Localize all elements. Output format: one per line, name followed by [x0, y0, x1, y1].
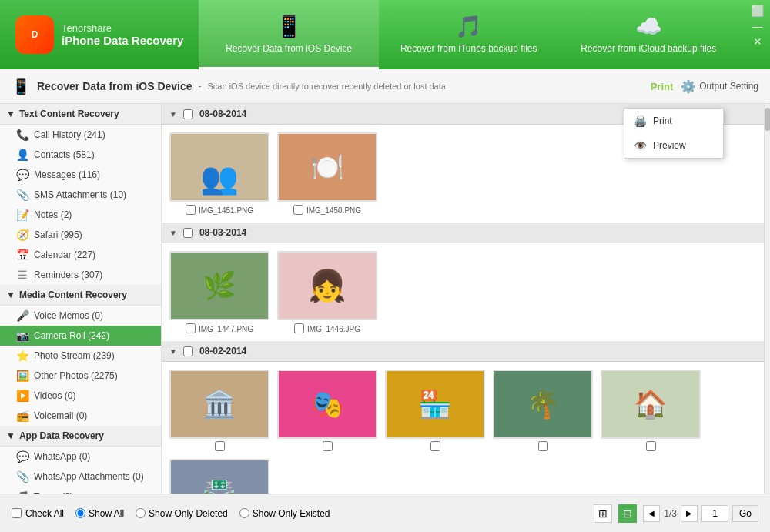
sidebar-item-reminders[interactable]: ☰ Reminders (307) — [0, 265, 161, 285]
date-group-0802: ▼ 08-02-2014 — [162, 341, 770, 362]
tab-ios[interactable]: 📱 Recover Data from iOS Device — [199, 0, 379, 69]
page-number-input[interactable] — [701, 505, 728, 522]
sidebar-item-whatsapp[interactable]: 💬 WhatsApp (0) — [0, 447, 161, 467]
tab-itunes[interactable]: 🎵 Recover from iTunes backup files — [379, 0, 559, 69]
dropdown-print-item[interactable]: 🖨️ Print — [624, 109, 723, 133]
date-group-0803: ▼ 08-03-2014 — [162, 223, 770, 243]
sms-attach-icon: 📎 — [15, 189, 29, 201]
sidebar-item-contacts[interactable]: 👤 Contacts (581) — [0, 145, 161, 165]
media-section-expand-icon[interactable]: ▼ — [6, 289, 15, 300]
photo-stream-label: Photo Stream (239) — [34, 350, 155, 361]
photo-item-img1446: IMG_1446.JPG — [277, 251, 377, 333]
photo-thumb-building[interactable] — [169, 370, 270, 439]
go-button[interactable]: Go — [732, 505, 758, 522]
safari-icon: 🧭 — [15, 229, 29, 241]
app-section-expand-icon[interactable]: ▼ — [6, 430, 15, 441]
select-all-0808[interactable] — [183, 109, 193, 119]
sidebar-item-notes[interactable]: 📝 Notes (2) — [0, 205, 161, 225]
sidebar-item-safari[interactable]: 🧭 Safari (995) — [0, 225, 161, 245]
photo-check-img1446[interactable] — [294, 323, 304, 333]
output-setting-btn[interactable]: ⚙️ Output Setting — [681, 79, 758, 94]
show-all-option[interactable]: Show All — [75, 508, 124, 519]
page-prev-btn[interactable]: ◀ — [643, 505, 660, 522]
select-all-0803[interactable] — [183, 228, 193, 238]
sms-attachments-label: SMS Attachments (10) — [34, 189, 155, 200]
window-minimize-btn[interactable]: — — [752, 20, 763, 32]
sidebar-item-camera-roll[interactable]: 📷 Camera Roll (242) — [0, 326, 161, 346]
photo-check-carnival[interactable] — [323, 441, 333, 451]
sidebar-item-videos[interactable]: ▶️ Videos (0) — [0, 386, 161, 406]
gear-icon: ⚙️ — [681, 79, 696, 94]
photo-thumb-house[interactable] — [601, 370, 701, 439]
sidebar-item-tango[interactable]: 🎵 Tango (0) — [0, 487, 161, 494]
show-existed-option[interactable]: Show Only Existed — [239, 508, 330, 519]
tab-itunes-label: Recover from iTunes backup files — [400, 43, 537, 54]
app-logo: D Tenorshare iPhone Data Recovery — [0, 0, 199, 69]
text-section-expand-icon[interactable]: ▼ — [6, 109, 15, 119]
photo-thumb-market[interactable] — [385, 370, 485, 439]
sidebar-item-other-photos[interactable]: 🖼️ Other Photos (2275) — [0, 366, 161, 386]
sidebar-item-voicemail[interactable]: 📻 Voicemail (0) — [0, 406, 161, 426]
photo-check-img1451[interactable] — [186, 205, 196, 215]
sidebar-item-whatsapp-attach[interactable]: 📎 WhatsApp Attachments (0) — [0, 467, 161, 487]
list-view-btn[interactable]: ⊟ — [618, 504, 637, 523]
dropdown-print-label: Print — [653, 115, 672, 126]
notes-label: Notes (2) — [34, 209, 155, 220]
text-section-label: Text Content Recovery — [19, 109, 119, 119]
show-deleted-radio[interactable] — [136, 508, 146, 518]
photo-item-nature — [493, 370, 593, 451]
date-label-0803: 08-03-2014 — [199, 227, 246, 238]
sidebar-item-voice-memos[interactable]: 🎤 Voice Memos (0) — [0, 306, 161, 326]
photo-thumb-carnival[interactable] — [277, 370, 377, 439]
window-close-btn[interactable]: ✕ — [753, 35, 762, 48]
media-content-section: ▼ Media Content Recovery — [0, 285, 161, 306]
grid-view-btn[interactable]: ⊞ — [594, 504, 612, 523]
subheader-icon: 📱 — [12, 77, 31, 95]
photo-thumb-img1447[interactable] — [169, 251, 270, 320]
product-name: iPhone Data Recovery — [62, 34, 183, 47]
photo-thumb-img1446[interactable] — [277, 251, 377, 320]
photo-check-market[interactable] — [430, 441, 440, 451]
photo-thumb-img1451[interactable] — [169, 132, 270, 202]
sidebar-item-messages[interactable]: 💬 Messages (116) — [0, 165, 161, 185]
tab-icloud[interactable]: ☁️ Recover from iCloud backup files — [558, 0, 738, 69]
photo-check-nature[interactable] — [538, 441, 548, 451]
show-all-radio[interactable] — [75, 508, 85, 518]
page-info: 1/3 — [664, 508, 677, 519]
dropdown-preview-label: Preview — [653, 140, 686, 151]
call-history-label: Call History (241) — [34, 129, 155, 140]
expand-0802-icon[interactable]: ▼ — [169, 347, 177, 356]
photo-check-img1447[interactable] — [186, 323, 196, 333]
sidebar-item-photo-stream[interactable]: ⭐ Photo Stream (239) — [0, 346, 161, 366]
filter-radio-group: Show All Show Only Deleted Show Only Exi… — [75, 508, 330, 519]
photo-check-house[interactable] — [646, 441, 656, 451]
select-all-0802[interactable] — [183, 346, 193, 356]
sidebar-item-sms-attachments[interactable]: 📎 SMS Attachments (10) — [0, 185, 161, 205]
tango-label: Tango (0) — [34, 491, 155, 494]
photo-thumb-road[interactable] — [169, 459, 270, 494]
photo-check-img1450[interactable] — [293, 205, 303, 215]
window-restore-btn[interactable]: ⬜ — [751, 5, 764, 17]
photo-item-road — [169, 459, 270, 494]
sidebar-item-call-history[interactable]: 📞 Call History (241) — [0, 125, 161, 145]
photo-thumb-nature[interactable] — [493, 370, 593, 439]
print-link[interactable]: Print — [651, 81, 674, 92]
page-next-btn[interactable]: ▶ — [681, 505, 698, 522]
photo-thumb-img1450[interactable] — [277, 132, 377, 202]
check-all-label[interactable]: Check All — [12, 508, 64, 519]
dropdown-preview-item[interactable]: 👁️ Preview — [624, 133, 723, 158]
show-existed-radio[interactable] — [239, 508, 249, 518]
output-setting-label: Output Setting — [699, 81, 758, 92]
text-content-section: ▼ Text Content Recovery — [0, 104, 161, 125]
videos-label: Videos (0) — [34, 390, 155, 401]
whatsapp-attach-label: WhatsApp Attachments (0) — [34, 471, 155, 482]
date-label-0802: 08-02-2014 — [199, 346, 246, 356]
expand-0808-icon[interactable]: ▼ — [169, 110, 177, 119]
photo-check-building[interactable] — [215, 441, 225, 451]
check-all-checkbox[interactable] — [12, 508, 22, 518]
date-label-0808: 08-08-2014 — [199, 109, 246, 119]
expand-0803-icon[interactable]: ▼ — [169, 229, 177, 237]
call-history-icon: 📞 — [15, 129, 29, 141]
show-deleted-option[interactable]: Show Only Deleted — [136, 508, 228, 519]
sidebar-item-calendar[interactable]: 📅 Calendar (227) — [0, 245, 161, 265]
